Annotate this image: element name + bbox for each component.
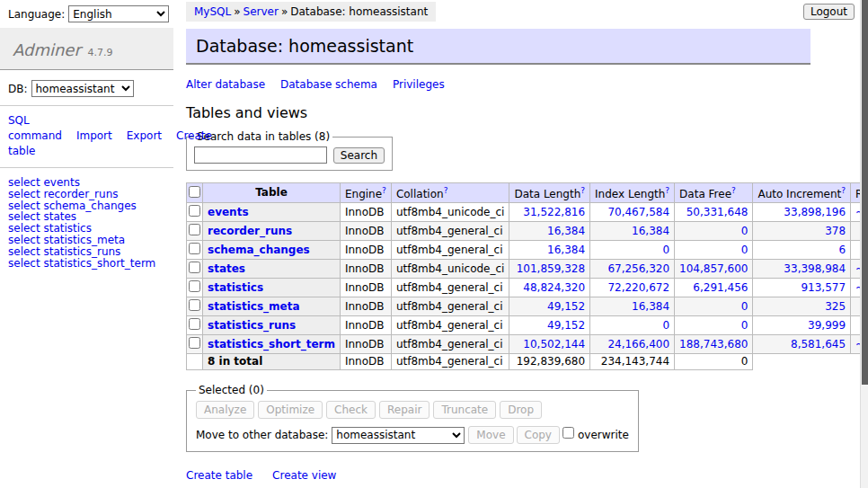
scrollbar-thumb[interactable] — [862, 0, 868, 385]
table-name-link[interactable]: statistics_meta — [208, 300, 300, 313]
auto-increment-cell: 8,581,645 — [753, 335, 851, 354]
auto-increment-link[interactable]: 39,999 — [808, 319, 846, 332]
create-table-link[interactable]: Create table — [186, 469, 252, 482]
check-button[interactable]: Check — [326, 401, 376, 419]
move-button[interactable]: Move — [468, 426, 513, 444]
table-name-link[interactable]: schema_changes — [208, 244, 310, 256]
sidebar-select-recorder-runs-link[interactable]: select recorder_runs — [8, 189, 173, 200]
table-name-link[interactable]: statistics_runs — [208, 319, 296, 332]
optimize-button[interactable]: Optimize — [258, 401, 323, 419]
index-length-cell: 70,467,584 — [590, 203, 675, 222]
totals-label-cell: 8 in total — [203, 354, 341, 370]
index-length-link[interactable]: 24,166,400 — [607, 338, 669, 350]
column-help-link[interactable]: ? — [444, 186, 448, 195]
data-length-link[interactable]: 101,859,328 — [517, 262, 585, 275]
privileges-link[interactable]: Privileges — [393, 78, 445, 91]
database-schema-link[interactable]: Database schema — [280, 78, 377, 91]
repair-button[interactable]: Repair — [379, 401, 430, 419]
search-button[interactable]: Search — [333, 147, 385, 164]
select-all-checkbox[interactable] — [189, 186, 200, 198]
row-checkbox[interactable] — [189, 299, 200, 311]
logout-button[interactable]: Logout — [803, 4, 855, 20]
index-length-cell: 16,384 — [590, 297, 675, 316]
sidebar-import-link[interactable]: Import — [76, 129, 112, 142]
search-legend: Search data in tables (8) — [194, 130, 332, 143]
data-free-cell: 6,291,456 — [675, 279, 753, 297]
row-checkbox[interactable] — [189, 318, 200, 330]
row-checkbox[interactable] — [189, 337, 200, 349]
data-length-link[interactable]: 49,152 — [547, 319, 585, 332]
table-name-link[interactable]: recorder_runs — [208, 225, 292, 237]
table-name-link[interactable]: states — [208, 262, 245, 275]
data-length-link[interactable]: 31,522,816 — [523, 206, 585, 218]
index-length-link[interactable]: 16,384 — [632, 300, 669, 313]
search-input[interactable] — [194, 146, 327, 164]
index-length-link[interactable]: 67,256,320 — [607, 262, 669, 275]
data-free-link[interactable]: 188,743,680 — [679, 338, 748, 350]
data-length-link[interactable]: 49,152 — [547, 300, 585, 313]
row-checkbox[interactable] — [189, 224, 200, 235]
data-length-link[interactable]: 48,824,320 — [523, 281, 585, 294]
column-help-link[interactable]: ? — [731, 186, 736, 195]
alter-database-link[interactable]: Alter database — [186, 78, 265, 91]
auto-increment-link[interactable]: 6 — [838, 244, 846, 256]
table-name-link[interactable]: statistics — [208, 281, 263, 294]
data-length-link[interactable]: 10,502,144 — [523, 338, 585, 350]
analyze-button[interactable]: Analyze — [196, 401, 254, 419]
column-header-label: Collation — [396, 188, 444, 200]
column-help-link[interactable]: ? — [580, 186, 585, 195]
sidebar-export-link[interactable]: Export — [127, 129, 162, 142]
truncate-button[interactable]: Truncate — [433, 401, 496, 419]
db-select[interactable]: homeassistant — [31, 80, 134, 97]
index-length-link[interactable]: 0 — [662, 319, 669, 332]
index-length-link[interactable]: 70,467,584 — [607, 206, 669, 218]
data-length-link[interactable]: 16,384 — [547, 225, 585, 237]
auto-increment-link[interactable]: 913,577 — [801, 281, 846, 294]
sidebar-select-events-link[interactable]: select events — [8, 177, 173, 189]
create-view-link[interactable]: Create view — [272, 469, 336, 482]
row-checkbox[interactable] — [189, 280, 200, 292]
auto-increment-link[interactable]: 33,898,196 — [784, 206, 846, 218]
overwrite-checkbox[interactable] — [562, 427, 574, 439]
column-help-link[interactable]: ? — [382, 186, 386, 195]
column-header-label: Engine — [345, 188, 382, 200]
data-free-link[interactable]: 50,331,648 — [686, 206, 748, 218]
data-length-link[interactable]: 16,384 — [547, 244, 585, 256]
auto-increment-link[interactable]: 8,581,645 — [791, 338, 846, 350]
index-length-link[interactable]: 0 — [662, 244, 669, 256]
data-length-cell: 31,522,816 — [509, 203, 590, 222]
move-database-select[interactable]: homeassistant — [332, 427, 465, 444]
drop-button[interactable]: Drop — [500, 401, 542, 419]
sidebar-select-statistics-meta-link[interactable]: select statistics_meta — [8, 235, 173, 246]
auto-increment-link[interactable]: 33,398,984 — [784, 262, 846, 275]
data-free-link[interactable]: 0 — [741, 244, 748, 256]
row-checkbox[interactable] — [189, 243, 200, 254]
index-length-link[interactable]: 72,220,672 — [607, 281, 669, 294]
data-free-link[interactable]: 0 — [741, 319, 748, 332]
breadcrumb-mysql-link[interactable]: MySQL — [194, 5, 231, 18]
data-free-cell: 0 — [675, 241, 753, 260]
select-all-header-cell — [187, 183, 203, 203]
table-name-link[interactable]: statistics_short_term — [208, 338, 335, 350]
sidebar-select-statistics-runs-link[interactable]: select statistics_runs — [8, 246, 173, 258]
copy-button[interactable]: Copy — [517, 426, 560, 444]
column-help-link[interactable]: ? — [841, 186, 846, 195]
data-free-link[interactable]: 0 — [741, 300, 748, 313]
data-free-cell: 104,857,600 — [675, 260, 753, 279]
page-scrollbar[interactable] — [860, 0, 868, 488]
table-name-link[interactable]: events — [208, 206, 249, 218]
row-checkbox[interactable] — [189, 262, 200, 273]
engine-cell: InnoDB — [340, 260, 391, 279]
breadcrumb-server-link[interactable]: Server — [244, 5, 279, 18]
column-help-link[interactable]: ? — [665, 186, 669, 195]
data-free-link[interactable]: 0 — [741, 225, 748, 237]
index-length-link[interactable]: 16,384 — [632, 225, 669, 237]
auto-increment-link[interactable]: 325 — [825, 300, 846, 313]
sidebar-select-statistics-short-term-link[interactable]: select statistics_short_term — [8, 258, 173, 270]
row-checkbox[interactable] — [189, 205, 200, 217]
data-free-link[interactable]: 104,857,600 — [679, 262, 748, 275]
language-select[interactable]: English — [68, 5, 169, 22]
auto-increment-link[interactable]: 378 — [825, 225, 846, 237]
data-free-link[interactable]: 6,291,456 — [693, 281, 748, 294]
sidebar-sql-command-link[interactable]: SQL command — [8, 114, 62, 142]
